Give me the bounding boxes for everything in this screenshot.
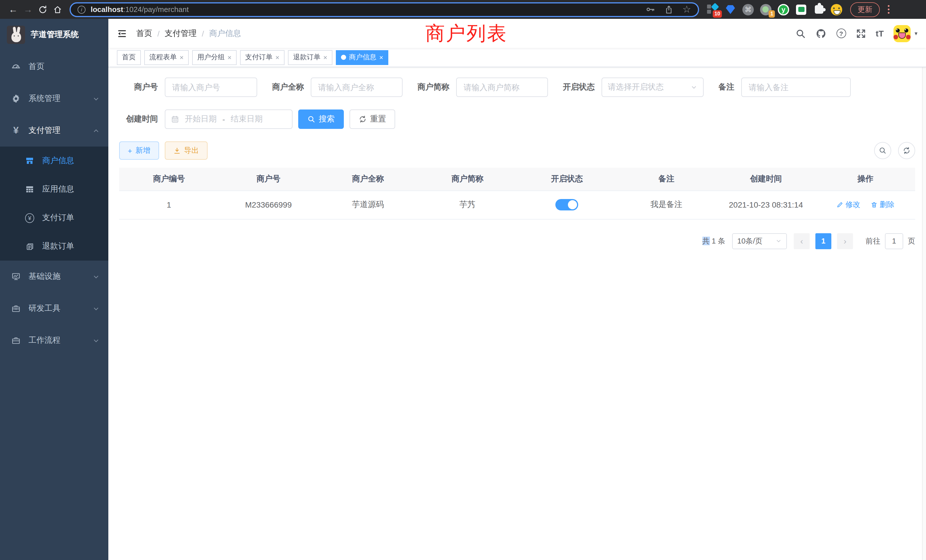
status-select[interactable]: 请选择开启状态 — [602, 77, 704, 97]
bookmark-star-icon[interactable]: ☆ — [682, 5, 691, 14]
sidebar-item-label: 基础设施 — [29, 271, 61, 282]
cell-create-time: 2021-10-23 08:31:14 — [716, 191, 816, 219]
edit-link[interactable]: 修改 — [837, 200, 861, 210]
status-select-placeholder: 请选择开启状态 — [608, 82, 664, 92]
create-time-range-picker[interactable]: 开始日期 - 结束日期 — [165, 109, 292, 129]
caret-down-icon[interactable]: ▾ — [915, 30, 917, 36]
extensions-puzzle-icon[interactable] — [813, 4, 825, 15]
remark-input[interactable] — [741, 77, 851, 97]
browser-menu-kebab-icon[interactable] — [888, 9, 890, 10]
tab-merchant-info[interactable]: 商户信息× — [336, 50, 388, 65]
reset-button[interactable]: 重置 — [350, 109, 395, 129]
tab-home[interactable]: 首页 — [117, 50, 141, 65]
sidebar-item-pay-order[interactable]: ¥ 支付订单 — [0, 204, 108, 232]
delete-link[interactable]: 删除 — [870, 200, 894, 210]
chevron-up-icon — [93, 127, 99, 134]
tab-label: 首页 — [122, 53, 136, 62]
help-icon[interactable]: ? — [837, 29, 846, 38]
breadcrumb-pay[interactable]: 支付管理 — [165, 28, 197, 38]
search-icon[interactable] — [796, 28, 806, 38]
tab-refund-order[interactable]: 退款订单× — [288, 50, 333, 65]
reset-button-label: 重置 — [370, 114, 386, 124]
reload-icon[interactable] — [35, 4, 50, 15]
github-icon[interactable] — [816, 28, 827, 39]
show-search-toggle-button[interactable] — [874, 142, 891, 159]
extension-profile-icon[interactable]: 1 — [760, 4, 772, 15]
sidebar-item-infra[interactable]: 基础设施 — [0, 260, 108, 292]
status-label: 开启状态 — [563, 82, 595, 92]
sidebar-item-app-info[interactable]: 应用信息 — [0, 175, 108, 204]
chevron-down-icon — [690, 84, 698, 91]
refresh-table-button[interactable] — [898, 142, 915, 159]
status-toggle-on[interactable] — [556, 199, 578, 210]
extension-gem-icon[interactable] — [725, 4, 736, 15]
collapse-sidebar-icon[interactable] — [117, 28, 127, 38]
table-toolbar: + 新增 导出 — [119, 141, 915, 160]
page-1-button[interactable]: 1 — [816, 233, 831, 249]
gear-icon — [11, 94, 21, 103]
address-bar[interactable]: i localhost:1024/pay/merchant ☆ — [70, 2, 699, 17]
pagination-total-count: 1 条 — [712, 236, 725, 245]
sidebar-item-home[interactable]: 首页 — [0, 51, 108, 83]
page-size-select[interactable]: 10条/页 — [732, 233, 787, 249]
tab-pay-order[interactable]: 支付订单× — [240, 50, 284, 65]
col-actions: 操作 — [816, 168, 915, 191]
plus-icon: + — [128, 146, 132, 155]
font-size-icon[interactable]: tT — [876, 29, 884, 38]
sidebar-item-refund-order[interactable]: 退款订单 — [0, 232, 108, 260]
home-icon[interactable] — [50, 4, 65, 15]
app-logo-row[interactable]: 芋道管理系统 — [0, 19, 108, 51]
fullscreen-icon[interactable] — [856, 28, 866, 38]
browser-update-button[interactable]: 更新 — [850, 2, 880, 17]
breadcrumb-current: 商户信息 — [209, 28, 241, 38]
merchant-no-input[interactable] — [165, 77, 257, 97]
search-button[interactable]: 搜索 — [298, 109, 344, 129]
tab-user-group[interactable]: 用户分组× — [192, 50, 237, 65]
share-icon[interactable] — [664, 5, 673, 14]
back-icon[interactable]: ← — [6, 4, 21, 15]
next-page-button[interactable]: › — [837, 233, 853, 249]
export-button[interactable]: 导出 — [165, 141, 207, 160]
short-name-input[interactable] — [456, 77, 548, 97]
sidebar-item-pay[interactable]: ¥ 支付管理 — [0, 115, 108, 147]
yen-icon: ¥ — [11, 125, 21, 136]
tab-process-form[interactable]: 流程表单× — [144, 50, 189, 65]
goto-label: 前往 — [865, 236, 881, 246]
close-icon[interactable]: × — [227, 53, 232, 61]
sidebar-item-label: 商户信息 — [42, 156, 74, 166]
add-button-label: 新增 — [135, 145, 150, 156]
breadcrumb-home[interactable]: 首页 — [136, 28, 152, 38]
active-tab-dot — [341, 55, 346, 60]
calendar-icon — [171, 115, 179, 123]
goto-page-input[interactable] — [885, 233, 903, 249]
close-icon[interactable]: × — [379, 53, 383, 61]
extension-emoji-icon[interactable] — [831, 4, 842, 15]
sidebar-item-merchant-info[interactable]: 商户信息 — [0, 147, 108, 175]
add-button[interactable]: + 新增 — [119, 141, 159, 160]
full-name-input[interactable] — [311, 77, 402, 97]
extension-tabs-icon[interactable]: 10 — [707, 4, 719, 15]
window-scrollbar[interactable] — [922, 19, 926, 560]
password-key-icon[interactable] — [646, 5, 655, 14]
extension-chat-icon[interactable] — [796, 4, 807, 15]
cell-short-name: 芋艿 — [418, 191, 517, 219]
extension-command-icon[interactable]: ⌘ — [742, 4, 754, 15]
close-icon[interactable]: × — [180, 53, 184, 61]
close-icon[interactable]: × — [323, 53, 327, 61]
main-area: 商户列表 首页 / 支付管理 / 商户信息 — [108, 19, 926, 560]
col-remark: 备注 — [617, 168, 716, 191]
edit-link-label: 修改 — [846, 200, 861, 210]
user-avatar[interactable] — [894, 25, 911, 42]
sidebar-item-label: 支付管理 — [29, 126, 61, 136]
close-icon[interactable]: × — [275, 53, 279, 61]
sidebar-item-workflow[interactable]: 工作流程 — [0, 324, 108, 356]
chevron-down-icon — [93, 306, 99, 312]
cell-merchant-id: 1 — [119, 191, 219, 219]
site-info-icon[interactable]: i — [77, 5, 86, 14]
sidebar-item-system[interactable]: 系统管理 — [0, 83, 108, 115]
cell-actions: 修改 删除 — [816, 191, 915, 219]
extension-y-icon[interactable]: y — [778, 4, 789, 15]
sidebar-item-dev-tools[interactable]: 研发工具 — [0, 292, 108, 324]
prev-page-button[interactable]: ‹ — [794, 233, 809, 249]
forward-icon[interactable]: → — [21, 4, 35, 15]
